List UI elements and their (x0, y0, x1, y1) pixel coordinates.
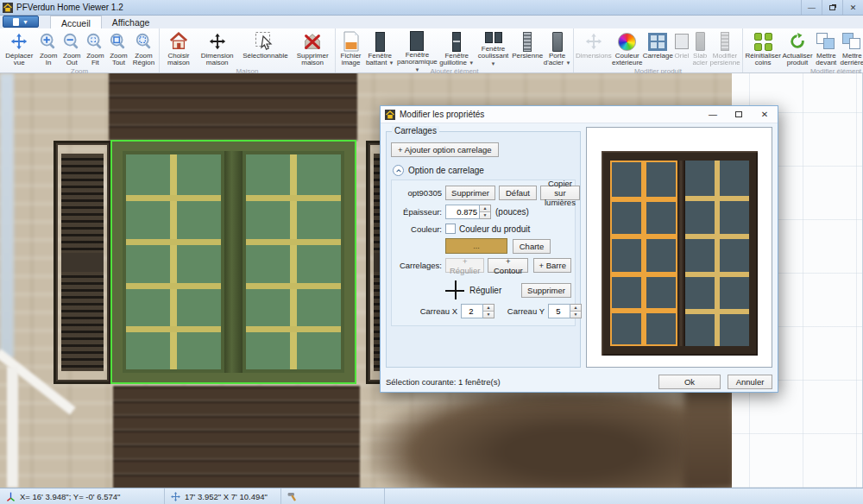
fenetre-battant-button[interactable]: Fenêtre battant ▼ (364, 29, 395, 67)
fenetre-panoramique-button[interactable]: Fenêtre panoramique ▼ (395, 29, 438, 67)
spin-up-icon[interactable]: ▲ (480, 205, 490, 211)
preview-window (602, 151, 758, 356)
spin-up-icon[interactable]: ▲ (570, 305, 581, 311)
mettre-devant-button[interactable]: Mettre devant (814, 29, 839, 67)
deplacer-vue-button[interactable]: Déplacer vue (2, 29, 37, 67)
dialog-close-button[interactable]: ✕ (752, 106, 778, 123)
spin-up-icon[interactable]: ▲ (483, 305, 494, 311)
dropdown-caret: ▼ (22, 19, 28, 25)
zoom-out-icon (62, 31, 81, 52)
add-barre-button[interactable]: + Barre (533, 258, 571, 273)
epaisseur-input[interactable] (445, 205, 480, 219)
dialog-minimize-button[interactable]: — (700, 106, 726, 123)
grille-icon (648, 31, 667, 52)
expander-label: Option de carrelage (408, 166, 484, 175)
spin-down-icon[interactable]: ▼ (480, 211, 490, 218)
epaisseur-unit: (pouces) (495, 207, 529, 217)
shutter-edit-icon (721, 31, 729, 52)
dialog-maximize-button[interactable] (726, 106, 752, 123)
picture-window-icon (410, 31, 424, 51)
zoom-in-icon (39, 31, 58, 52)
refresh-icon (788, 31, 807, 52)
dimension-maison-button[interactable]: Dimension maison (196, 29, 239, 67)
dialog-icon (385, 110, 395, 120)
choisir-maison-button[interactable]: Choisir maison (161, 29, 196, 67)
option-carrelage-expander[interactable]: Option de carrelage (393, 165, 576, 176)
dimensions-icon (584, 31, 603, 52)
selectionnable-button[interactable]: Sélectionnable (239, 29, 293, 67)
color-wheel-icon (618, 31, 636, 52)
charte-button[interactable]: Charte (513, 239, 551, 254)
size-icon (170, 491, 181, 502)
supprimer-maison-button[interactable]: Supprimer maison (292, 29, 333, 67)
slab-acier-button: Slab acier (690, 29, 709, 67)
carreau-x-input[interactable] (461, 304, 483, 318)
zoom-in-button[interactable]: Zoom In (37, 29, 60, 67)
epaisseur-spinner[interactable]: ▲▼ (445, 205, 491, 219)
zoom-region-button[interactable]: Zoom Région (130, 29, 157, 67)
porte-acier-button[interactable]: Porte d'acier ▼ (543, 29, 571, 67)
selection-size-value: 17' 3.952" X 7' 10.494" (185, 492, 268, 501)
supprimer-regulier-button[interactable]: Supprimer (521, 283, 571, 298)
carreau-y-label: Carreau Y (494, 306, 548, 316)
fichier-image-button[interactable]: Fichier image (337, 29, 364, 67)
hung-window-icon (452, 31, 461, 52)
annuler-button[interactable]: Annuler (728, 375, 772, 389)
slab-door-icon (696, 31, 705, 52)
carreau-y-spinner[interactable]: ▲▼ (548, 304, 582, 318)
reinitialiser-coins-button[interactable]: Réinitialiser coins (745, 29, 781, 67)
blurred-foreground (369, 391, 732, 488)
couleur-checkbox-label: Couleur du produit (459, 224, 530, 234)
zoom-fit-button[interactable]: Zoom Fit (84, 29, 107, 67)
select-cursor-icon (255, 31, 275, 52)
ribbon-group-modifier-produit: Dimensions Couleur extérieure Carrelage … (573, 28, 742, 72)
option-id-label: opt90305 (395, 188, 445, 198)
fenetre-guillotine-button[interactable]: Fenêtre guillotine ▼ (438, 29, 474, 67)
spin-down-icon[interactable]: ▼ (570, 311, 581, 318)
close-button[interactable]: ✕ (842, 0, 863, 15)
steel-door-icon (552, 31, 563, 52)
window-title: PFVerdun Home Viewer 1.2 (16, 3, 123, 12)
carrelage-button[interactable]: Carrelage (643, 29, 673, 67)
wood-panel-bottom (113, 386, 360, 488)
fenetre-coulissant-button[interactable]: Fenêtre coulissant ▼ (475, 29, 512, 67)
maximize-icon (735, 111, 742, 117)
carreau-y-input[interactable] (548, 304, 570, 318)
dropdown-caret: ▼ (565, 60, 570, 66)
preview-right-sash[interactable] (685, 161, 749, 346)
mettre-derriere-button[interactable]: Mettre derrière (839, 29, 863, 67)
zoom-tout-button[interactable]: Zoom Tout (107, 29, 130, 67)
dropdown-caret: ▼ (491, 61, 496, 66)
couleur-produit-checkbox[interactable] (445, 224, 456, 234)
chevron-up-icon (393, 165, 404, 176)
defaut-button[interactable]: Défaut (499, 186, 537, 200)
ribbon-group-modifier-element: Réinitialiser coins Actualiser produit M… (742, 28, 863, 72)
cursor-position-value: X= 16' 3.948"; Y= -0' 6.574" (20, 492, 120, 501)
carrelages-groupbox: Carrelages + Ajouter option carrelage Op… (386, 131, 581, 368)
window-right-sash (243, 151, 344, 373)
tab-accueil[interactable]: Accueil (50, 16, 102, 28)
copier-lumieres-button[interactable]: Copier sur lumières (540, 186, 580, 200)
ok-button[interactable]: Ok (658, 375, 721, 389)
tab-affichage[interactable]: Affichage (102, 16, 161, 28)
slider-window-icon (485, 31, 502, 45)
ribbon-tab-row: ▼ Accueil Affichage (0, 16, 863, 28)
carreau-x-spinner[interactable]: ▲▼ (461, 304, 494, 318)
crosshair-icon (445, 280, 464, 299)
persienne-button[interactable]: Persienne (512, 29, 543, 67)
zoom-out-button[interactable]: Zoom Out (60, 29, 84, 67)
supprimer-option-button[interactable]: Supprimer (445, 186, 495, 200)
actualiser-produit-button[interactable]: Actualiser produit (781, 29, 813, 67)
image-file-icon (343, 31, 360, 52)
add-option-carrelage-button[interactable]: + Ajouter option carrelage (391, 142, 499, 157)
spin-down-icon[interactable]: ▼ (483, 311, 494, 318)
dimensions-button: Dimensions (576, 29, 612, 67)
restore-button[interactable] (822, 0, 842, 15)
file-menu-button[interactable]: ▼ (3, 16, 39, 28)
add-contour-button[interactable]: + Contour (488, 258, 528, 273)
color-swatch-button[interactable]: ... (445, 238, 507, 254)
couleur-exterieure-button[interactable]: Couleur extérieure (612, 29, 643, 67)
minimize-button[interactable]: — (801, 0, 822, 15)
selected-window[interactable] (110, 140, 356, 384)
preview-left-sash-selected[interactable] (610, 161, 677, 346)
